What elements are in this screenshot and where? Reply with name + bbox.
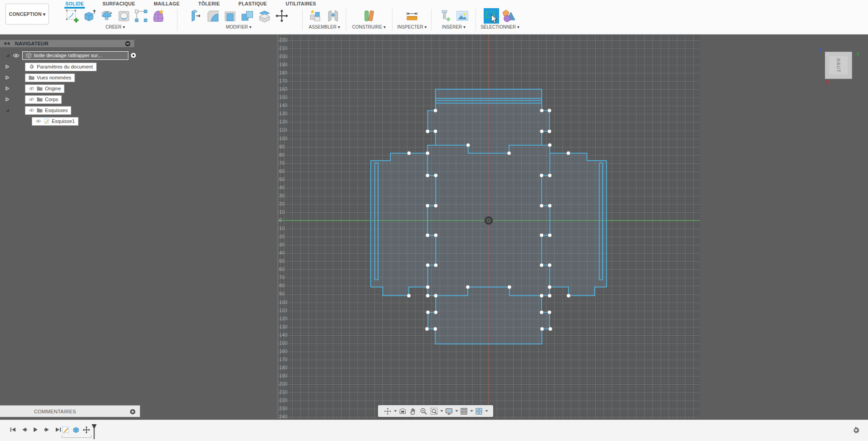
comments-bar[interactable]: COMMENTAIRES [0,405,140,417]
measure-icon[interactable] [404,8,420,24]
tree-row-esquisse1[interactable]: Esquisse1 [32,117,78,125]
sketch-point[interactable] [434,263,437,267]
group-label-inserer[interactable]: INSÉRER ▾ [433,24,475,29]
sketch-point[interactable] [548,233,552,237]
tree-row-corps[interactable]: Corps [5,95,62,103]
sketch-point[interactable] [434,310,437,314]
origine-node[interactable]: Origine [25,84,64,93]
sketch-point[interactable] [539,263,543,267]
shell-icon[interactable] [222,8,238,24]
sketch-point[interactable] [539,204,543,207]
sketch-point[interactable] [434,108,437,112]
group-label-inspecter[interactable]: INSPECTER ▾ [394,24,430,29]
sketch-point[interactable] [549,327,552,331]
sketch-point[interactable] [539,174,543,177]
tab-tolerie[interactable]: TÔLERIE [197,0,221,7]
vues-node[interactable]: Vues nommées [25,74,75,82]
tab-maillage[interactable]: MAILLAGE [153,0,181,7]
viewports-icon[interactable] [475,407,484,416]
fillet-icon[interactable] [205,8,221,24]
sketch-point[interactable] [548,263,551,267]
tab-plastique[interactable]: PLASTIQUE [238,0,268,7]
esquisse1-node[interactable]: Esquisse1 [32,117,78,126]
viewports-caret-icon[interactable] [485,407,488,416]
look-at-icon[interactable] [398,407,407,416]
tree-row-origine[interactable]: Origine [5,84,64,93]
activate-radio-icon[interactable] [130,52,137,59]
combine-icon[interactable] [240,8,255,24]
eye-off-icon[interactable] [29,97,34,102]
move-icon[interactable] [274,8,289,24]
parametres-node[interactable]: Paramètres du document [25,63,97,71]
expand-closed-icon[interactable] [5,86,10,91]
sketch-point[interactable] [548,108,551,112]
sketch-point[interactable] [548,143,552,147]
fit-caret-icon[interactable] [440,407,443,416]
circle-plus-icon[interactable] [130,408,136,414]
sketch-point[interactable] [426,174,429,177]
sketch-point[interactable] [426,233,429,237]
sketch-point[interactable] [434,294,437,298]
orbit-icon[interactable] [383,407,392,416]
skip-end-icon[interactable] [55,427,62,433]
eye-icon[interactable] [29,108,34,113]
viewcube[interactable]: HAUT [825,52,852,79]
sketch-point[interactable] [426,285,430,289]
group-label-modifier[interactable]: MODIFIER ▾ [181,24,297,29]
sketch-point[interactable] [434,129,437,133]
sketch-point[interactable] [548,129,551,133]
sketch-point[interactable] [548,174,552,177]
sketch-point[interactable] [434,204,437,207]
viewport-canvas[interactable]: 2202102001901801701601501401301201101009… [0,34,868,420]
esquisses-node[interactable]: Esquisses [25,106,71,115]
sketch-point[interactable] [548,310,551,314]
group-label-creer[interactable]: CRÉER ▾ [58,24,172,29]
new-component-icon[interactable] [308,8,324,24]
display-settings-icon[interactable] [445,407,454,416]
sketch-point[interactable] [425,327,429,331]
create-sketch-icon[interactable] [64,8,80,24]
tab-solide[interactable]: SOLIDE [64,0,85,9]
insert-canvas-icon[interactable] [455,8,470,24]
sketch-point[interactable] [426,263,430,267]
pattern-icon[interactable] [133,8,149,24]
timeline-gear-icon[interactable] [852,426,860,434]
origin-point[interactable] [485,217,492,224]
joint-icon[interactable] [325,8,341,24]
circle-minus-icon[interactable] [125,40,131,46]
split-body-icon[interactable] [257,8,272,24]
corps-node[interactable]: Corps [25,95,62,104]
sketch-point[interactable] [407,294,411,298]
expand-open-icon[interactable] [5,108,10,113]
group-label-construire[interactable]: CONSTRUIRE ▾ [348,24,390,29]
expand-closed-icon[interactable] [5,64,10,69]
sketch-point[interactable] [466,143,470,147]
group-label-assembler[interactable]: ASSEMBLER ▾ [305,24,344,29]
eye-off-icon[interactable] [29,86,34,91]
sketch-point[interactable] [434,233,437,237]
tree-row-esquisses[interactable]: Esquisses [5,106,71,114]
sketch-point[interactable] [426,151,429,155]
step-back-icon[interactable] [21,427,28,433]
collapse-panel-icon[interactable] [4,42,10,46]
extrude-icon[interactable] [82,8,97,24]
orbit-caret-icon[interactable] [394,407,397,416]
sketch-point[interactable] [426,204,429,207]
grid-settings-icon[interactable] [460,407,469,416]
sketch-point[interactable] [548,204,552,207]
skip-start-icon[interactable] [10,427,16,433]
sketch-point[interactable] [426,310,430,314]
pan-icon[interactable] [409,407,418,416]
sketch-point[interactable] [540,327,544,331]
group-label-selectionner[interactable]: SÉLECTIONNER ▾ [477,24,523,29]
move-feature-icon[interactable] [83,426,90,434]
sketch-point[interactable] [507,151,511,155]
tab-surfacique[interactable]: SURFACIQUE [102,0,136,7]
tree-row-vues[interactable]: Vues nommées [5,74,75,82]
construction-plane-icon[interactable] [361,8,377,24]
sketch-point[interactable] [466,285,470,289]
display-caret-icon[interactable] [455,407,458,416]
sketch-canvas[interactable] [278,34,700,418]
sketch-point[interactable] [407,151,411,155]
tree-row-document[interactable]: boite decalage rattrapper sur... [5,51,137,59]
